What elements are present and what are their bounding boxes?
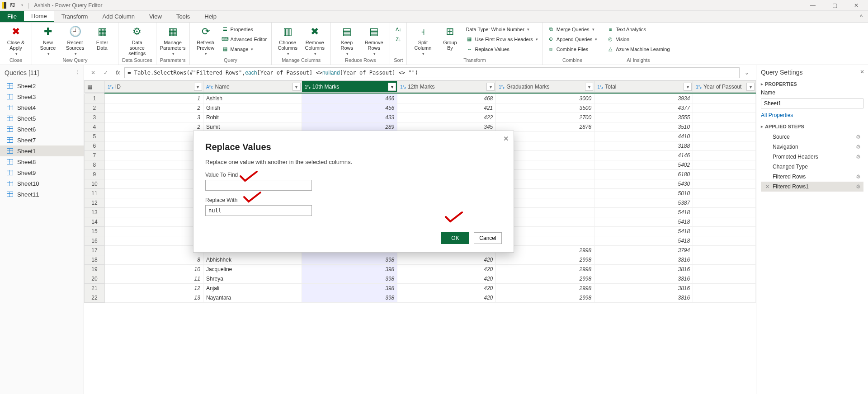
cell-total[interactable]: 3816 bbox=[594, 255, 693, 265]
replace-values-button[interactable]: ↔Replace Values bbox=[465, 44, 538, 54]
cell-10th[interactable]: 398 bbox=[302, 255, 397, 265]
step-filtered-rows[interactable]: Filtered Rows⚙ bbox=[761, 172, 863, 182]
qat-customize-icon[interactable] bbox=[17, 1, 26, 10]
cell-12th[interactable]: 468 bbox=[397, 94, 496, 103]
cell-id[interactable]: 4 bbox=[104, 141, 203, 151]
col-header-12th marks[interactable]: 1²₃12th Marks▾ bbox=[397, 81, 496, 93]
cell-name[interactable]: Jacqueline bbox=[203, 265, 302, 274]
cell-10th[interactable]: 398 bbox=[302, 274, 397, 284]
tab-home[interactable]: Home bbox=[24, 11, 54, 22]
cell-year[interactable] bbox=[693, 198, 756, 208]
row-number[interactable]: 1 bbox=[85, 94, 105, 103]
text-analytics-button[interactable]: ≡Text Analytics bbox=[606, 24, 670, 34]
cell-year[interactable] bbox=[693, 208, 756, 217]
cell-10th[interactable]: 398 bbox=[302, 265, 397, 274]
row-number[interactable]: 8 bbox=[85, 160, 105, 170]
formula-expand-icon[interactable]: ⌄ bbox=[741, 70, 752, 76]
cell-grad[interactable]: 2998 bbox=[496, 274, 594, 284]
cell-year[interactable] bbox=[693, 170, 756, 179]
query-item-sheet6[interactable]: Sheet6 bbox=[0, 124, 84, 135]
cell-year[interactable] bbox=[693, 132, 756, 141]
cell-name[interactable]: Anjali bbox=[203, 284, 302, 293]
cell-id[interactable]: 1 bbox=[104, 94, 203, 103]
row-number[interactable]: 5 bbox=[85, 132, 105, 141]
table-row[interactable]: 2011Shreya39842029983816 bbox=[85, 274, 756, 284]
cell-year[interactable] bbox=[693, 160, 756, 170]
row-number[interactable]: 10 bbox=[85, 179, 105, 189]
recent-sources-button[interactable]: 🕘Recent Sources bbox=[63, 24, 87, 56]
cell-id[interactable]: 13 bbox=[104, 293, 203, 303]
col-header-id[interactable]: 1²₃ID▾ bbox=[104, 81, 203, 93]
cell-year[interactable] bbox=[693, 179, 756, 189]
cell-name[interactable]: Ashish bbox=[203, 94, 302, 103]
data-type-button[interactable]: Data Type: Whole Number bbox=[465, 24, 538, 34]
step-gear-icon[interactable]: ⚙ bbox=[856, 183, 861, 190]
cell-total[interactable]: 4146 bbox=[594, 151, 693, 160]
cell-year[interactable] bbox=[693, 255, 756, 265]
sort-desc-button[interactable]: Z↓ bbox=[394, 34, 403, 44]
cell-grad[interactable]: 2998 bbox=[496, 265, 594, 274]
row-number[interactable]: 19 bbox=[85, 265, 105, 274]
cell-id[interactable]: 3 bbox=[104, 170, 203, 179]
tab-view[interactable]: View bbox=[142, 11, 169, 22]
step-source[interactable]: Source⚙ bbox=[761, 132, 863, 142]
cell-grad[interactable]: 3000 bbox=[496, 94, 594, 103]
cell-name[interactable]: Nayantara bbox=[203, 293, 302, 303]
choose-columns-button[interactable]: ▥Choose Columns bbox=[275, 24, 300, 56]
row-number[interactable]: 21 bbox=[85, 284, 105, 293]
query-item-sheet3[interactable]: Sheet3 bbox=[0, 91, 84, 102]
col-filter-icon[interactable]: ▾ bbox=[194, 83, 202, 91]
cell-id[interactable]: 2 bbox=[104, 151, 203, 160]
minimize-icon[interactable]: — bbox=[807, 2, 819, 9]
settings-close-icon[interactable]: ✕ bbox=[860, 69, 864, 75]
table-row[interactable]: 188Abhishhek39842029983816 bbox=[85, 255, 756, 265]
query-name-input[interactable] bbox=[761, 98, 863, 108]
cell-year[interactable] bbox=[693, 265, 756, 274]
cell-total[interactable]: 4410 bbox=[594, 132, 693, 141]
close-apply-button[interactable]: ✖Close & Apply bbox=[4, 24, 28, 56]
ribbon-collapse-icon[interactable]: ^ bbox=[854, 11, 868, 22]
cell-total[interactable]: 3794 bbox=[594, 246, 693, 255]
formula-cancel-icon[interactable]: ✕ bbox=[88, 67, 99, 78]
cell-id[interactable]: 6 bbox=[104, 198, 203, 208]
col-filter-icon[interactable]: ▾ bbox=[684, 83, 692, 91]
keep-rows-button[interactable]: ▤Keep Rows bbox=[335, 24, 359, 56]
row-number[interactable]: 6 bbox=[85, 141, 105, 151]
value-to-find-input[interactable] bbox=[205, 180, 312, 191]
table-row[interactable]: 22Girish45642135004377 bbox=[85, 103, 756, 113]
tab-tools[interactable]: Tools bbox=[169, 11, 197, 22]
cell-name[interactable]: Girish bbox=[203, 103, 302, 113]
cell-id[interactable]: 2 bbox=[104, 122, 203, 132]
cell-year[interactable] bbox=[693, 94, 756, 103]
row-number[interactable]: 4 bbox=[85, 122, 105, 132]
query-item-sheet2[interactable]: Sheet2 bbox=[0, 80, 84, 91]
new-source-button[interactable]: ✚New Source bbox=[36, 24, 60, 56]
combine-files-button[interactable]: ⧈Combine Files bbox=[547, 44, 599, 54]
cell-total[interactable]: 3816 bbox=[594, 293, 693, 303]
col-filter-icon[interactable]: ▾ bbox=[388, 83, 396, 91]
cell-total[interactable]: 5402 bbox=[594, 160, 693, 170]
col-header-graduation marks[interactable]: 1²₃Graduation Marks▾ bbox=[496, 81, 594, 93]
cell-grad[interactable]: 2998 bbox=[496, 255, 594, 265]
cell-year[interactable] bbox=[693, 236, 756, 246]
cell-name[interactable]: Abhishhek bbox=[203, 255, 302, 265]
step-gear-icon[interactable]: ⚙ bbox=[856, 144, 861, 150]
col-header-name[interactable]: AᴮcName▾ bbox=[203, 81, 302, 93]
cell-year[interactable] bbox=[693, 293, 756, 303]
first-row-headers-button[interactable]: ▦Use First Row as Headers bbox=[465, 34, 538, 44]
step-gear-icon[interactable]: ⚙ bbox=[856, 154, 861, 160]
cell-year[interactable] bbox=[693, 122, 756, 132]
replace-with-input[interactable] bbox=[205, 205, 312, 216]
cell-year[interactable] bbox=[693, 141, 756, 151]
cell-total[interactable]: 3934 bbox=[594, 94, 693, 103]
vision-button[interactable]: ◎Vision bbox=[606, 34, 670, 44]
cell-id[interactable]: 3 bbox=[104, 227, 203, 236]
cell-name[interactable]: Rohit bbox=[203, 113, 302, 122]
cancel-button[interactable]: Cancel bbox=[474, 232, 502, 244]
step-changed-type[interactable]: Changed Type bbox=[761, 162, 863, 172]
query-item-sheet5[interactable]: Sheet5 bbox=[0, 113, 84, 124]
all-properties-link[interactable]: All Properties bbox=[761, 112, 863, 118]
row-number[interactable]: 14 bbox=[85, 217, 105, 227]
cell-10th[interactable]: 433 bbox=[302, 113, 397, 122]
table-row[interactable]: 1910Jacqueline39842029983816 bbox=[85, 265, 756, 274]
